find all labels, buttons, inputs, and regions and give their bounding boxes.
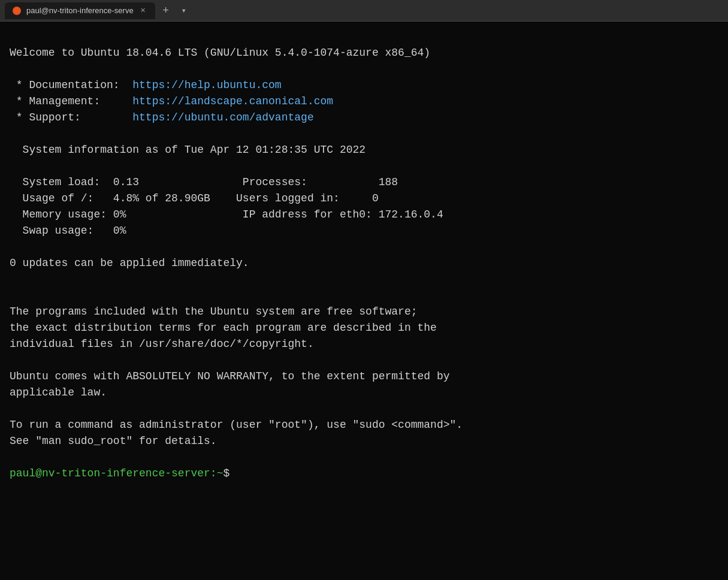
free-software-line2: the exact distribution terms for each pr… (10, 322, 437, 334)
mgmt-line: * Management: https://landscape.canonica… (10, 95, 333, 107)
svg-point-0 (13, 7, 21, 15)
sysload-line: System load: 0.13 Processes: 188 (10, 176, 398, 188)
prompt-line: paul@nv-triton-inference-server:~$ (10, 467, 236, 479)
support-link[interactable]: https://ubuntu.com/advantage (132, 111, 313, 123)
welcome-line: Welcome to Ubuntu 18.04.6 LTS (GNU/Linux… (10, 47, 430, 59)
mgmt-link[interactable]: https://landscape.canonical.com (132, 95, 333, 107)
free-software-line3: individual files in /usr/share/doc/*/cop… (10, 338, 314, 350)
tab-dropdown-button[interactable]: ▾ (177, 4, 191, 18)
prompt-dollar: $ (223, 467, 229, 479)
updates-line: 0 updates can be applied immediately. (10, 257, 249, 269)
usage-line: Usage of /: 4.8% of 28.90GB Users logged… (10, 192, 379, 204)
prompt-path: :~ (210, 467, 223, 479)
sudo-line1: To run a command as administrator (user … (10, 419, 463, 431)
doc-link[interactable]: https://help.ubuntu.com (132, 79, 281, 91)
tab-label: paul@nv-triton-inference-serve (26, 6, 134, 15)
support-line: * Support: https://ubuntu.com/advantage (10, 111, 314, 123)
free-software-line1: The programs included with the Ubuntu sy… (10, 306, 418, 318)
warranty-line2: applicable law. (10, 386, 107, 398)
ubuntu-icon (12, 6, 22, 16)
new-tab-button[interactable]: + (158, 2, 174, 19)
swap-line: Swap usage: 0% (10, 225, 126, 237)
terminal-body[interactable]: Welcome to Ubuntu 18.04.6 LTS (GNU/Linux… (0, 22, 728, 580)
warranty-line1: Ubuntu comes with ABSOLUTELY NO WARRANTY… (10, 370, 450, 382)
doc-line: * Documentation: https://help.ubuntu.com (10, 79, 282, 91)
tab-close-button[interactable]: ✕ (138, 6, 148, 16)
prompt-user: paul@nv-triton-inference-server (10, 467, 210, 479)
sudo-line2: See "man sudo_root" for details. (10, 435, 217, 447)
sysinfo-line: System information as of Tue Apr 12 01:2… (10, 144, 365, 156)
terminal-tab[interactable]: paul@nv-triton-inference-serve ✕ (5, 2, 155, 19)
memory-line: Memory usage: 0% IP address for eth0: 17… (10, 209, 443, 220)
titlebar: paul@nv-triton-inference-serve ✕ + ▾ (0, 0, 728, 22)
